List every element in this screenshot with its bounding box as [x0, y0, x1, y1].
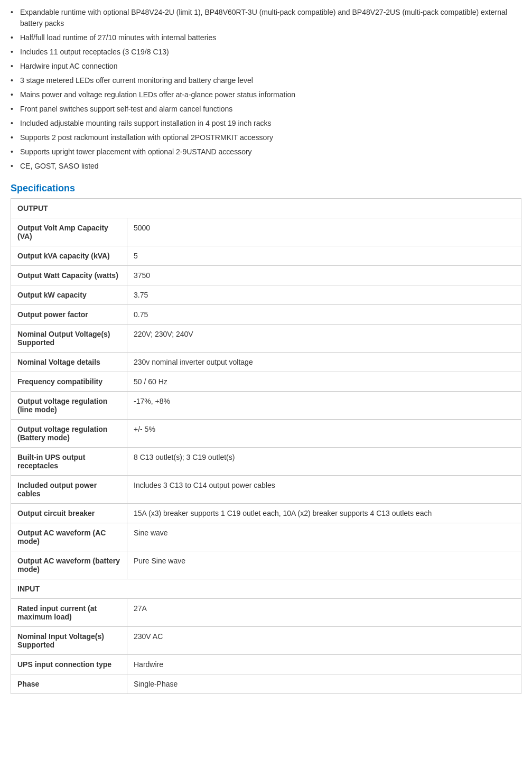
table-row: Nominal Input Voltage(s) Supported230V A…	[11, 627, 521, 655]
spec-value: 8 C13 outlet(s); 3 C19 outlet(s)	[127, 448, 521, 476]
feature-list-item: Expandable runtime with optional BP48V24…	[11, 5, 521, 31]
spec-label: Built-in UPS output receptacles	[11, 448, 127, 476]
spec-value: 230v nominal inverter output voltage	[127, 353, 521, 372]
feature-list-item: Included adjustable mounting rails suppo…	[11, 116, 521, 131]
spec-value: +/- 5%	[127, 420, 521, 448]
spec-label: Output AC waveform (battery mode)	[11, 551, 127, 579]
spec-label: Frequency compatibility	[11, 372, 127, 392]
table-row: Output voltage regulation (line mode)-17…	[11, 392, 521, 420]
feature-list-item: Half/full load runtime of 27/10 minutes …	[11, 31, 521, 45]
feature-list-item: CE, GOST, SASO listed	[11, 159, 521, 173]
spec-value: 27A	[127, 599, 521, 627]
feature-list-item: Includes 11 output receptacles (3 C19/8 …	[11, 45, 521, 59]
table-row: Included output power cablesIncludes 3 C…	[11, 476, 521, 504]
feature-list-item: 3 stage metered LEDs offer current monit…	[11, 73, 521, 88]
spec-value: Pure Sine wave	[127, 551, 521, 579]
spec-label: Output voltage regulation (line mode)	[11, 392, 127, 420]
spec-value: 5	[127, 246, 521, 266]
table-row: Frequency compatibility50 / 60 Hz	[11, 372, 521, 392]
spec-value: 3750	[127, 266, 521, 285]
spec-label: Nominal Voltage details	[11, 353, 127, 372]
table-row: Output kW capacity3.75	[11, 285, 521, 305]
table-row: Nominal Voltage details230v nominal inve…	[11, 353, 521, 372]
spec-label: Included output power cables	[11, 476, 127, 504]
spec-label: Rated input current (at maximum load)	[11, 599, 127, 627]
spec-label: Nominal Input Voltage(s) Supported	[11, 627, 127, 655]
spec-label: UPS input connection type	[11, 655, 127, 674]
spec-value: Sine wave	[127, 523, 521, 551]
spec-value: 230V AC	[127, 627, 521, 655]
spec-label: Phase	[11, 674, 127, 694]
table-row: UPS input connection typeHardwire	[11, 655, 521, 674]
spec-label: Output Volt Amp Capacity (VA)	[11, 218, 127, 246]
spec-label: Nominal Output Voltage(s) Supported	[11, 325, 127, 353]
table-row: Rated input current (at maximum load)27A	[11, 599, 521, 627]
spec-label: Output voltage regulation (Battery mode)	[11, 420, 127, 448]
spec-label: Output power factor	[11, 305, 127, 325]
spec-label: Output circuit breaker	[11, 504, 127, 523]
spec-value: 220V; 230V; 240V	[127, 325, 521, 353]
spec-label: Output AC waveform (AC mode)	[11, 523, 127, 551]
table-row: Output circuit breaker15A (x3) breaker s…	[11, 504, 521, 523]
spec-value: 3.75	[127, 285, 521, 305]
spec-value: 5000	[127, 218, 521, 246]
spec-value: Hardwire	[127, 655, 521, 674]
output-section-header: OUTPUT	[11, 199, 521, 218]
table-row: Output voltage regulation (Battery mode)…	[11, 420, 521, 448]
feature-list-item: Supports upright tower placement with op…	[11, 145, 521, 159]
feature-list: Expandable runtime with optional BP48V24…	[11, 5, 521, 173]
spec-label: Output kVA capacity (kVA)	[11, 246, 127, 266]
feature-list-item: Supports 2 post rackmount installation w…	[11, 131, 521, 145]
table-row: Output kVA capacity (kVA)5	[11, 246, 521, 266]
spec-value: Includes 3 C13 to C14 output power cable…	[127, 476, 521, 504]
spec-value: Single-Phase	[127, 674, 521, 694]
spec-value: -17%, +8%	[127, 392, 521, 420]
table-row: Output Volt Amp Capacity (VA)5000	[11, 218, 521, 246]
spec-label: Output Watt Capacity (watts)	[11, 266, 127, 285]
specifications-title: Specifications	[11, 183, 521, 194]
feature-list-item: Mains power and voltage regulation LEDs …	[11, 88, 521, 102]
table-row: Output AC waveform (battery mode)Pure Si…	[11, 551, 521, 579]
specifications-table: OUTPUTOutput Volt Amp Capacity (VA)5000O…	[11, 198, 521, 694]
spec-value: 15A (x3) breaker supports 1 C19 outlet e…	[127, 504, 521, 523]
table-row: Output power factor0.75	[11, 305, 521, 325]
feature-list-item: Front panel switches support self-test a…	[11, 102, 521, 116]
table-row: PhaseSingle-Phase	[11, 674, 521, 694]
table-row: Nominal Output Voltage(s) Supported220V;…	[11, 325, 521, 353]
table-row: Output AC waveform (AC mode)Sine wave	[11, 523, 521, 551]
spec-label: Output kW capacity	[11, 285, 127, 305]
spec-value: 0.75	[127, 305, 521, 325]
table-row: Output Watt Capacity (watts)3750	[11, 266, 521, 285]
spec-value: 50 / 60 Hz	[127, 372, 521, 392]
feature-list-item: Hardwire input AC connection	[11, 59, 521, 73]
table-row: Built-in UPS output receptacles8 C13 out…	[11, 448, 521, 476]
input-section-header: INPUT	[11, 579, 521, 599]
